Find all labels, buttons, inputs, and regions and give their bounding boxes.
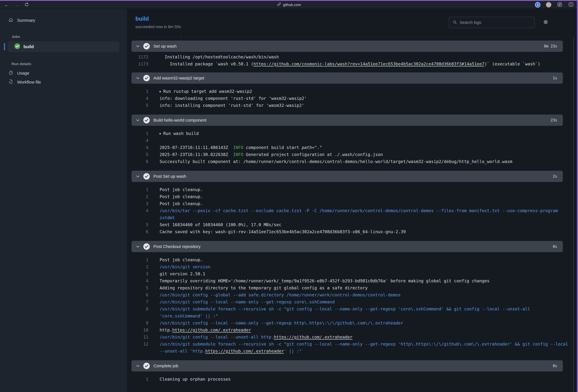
section-header[interactable]: Add wasm32-wasip2 target1s — [132, 72, 563, 84]
log-line[interactable]: 8/usr/bin/git submodule foreach --recurs… — [132, 305, 571, 320]
section-header[interactable]: Post Checkout repository0s — [132, 241, 563, 252]
avatar[interactable] — [546, 2, 551, 7]
log-text-segment: INFO — [231, 152, 243, 157]
line-number[interactable]: 4 — [132, 144, 148, 151]
line-number[interactable]: 10 — [132, 327, 148, 334]
line-number[interactable]: 5 — [132, 284, 148, 292]
log-viewport[interactable]: 1171Compiling wash v0.50.1Set up wash8m … — [132, 37, 571, 392]
line-number[interactable]: 12 — [132, 341, 148, 348]
line-number[interactable]: 1 — [132, 186, 148, 193]
chevron-down-icon[interactable] — [136, 244, 140, 249]
log-line[interactable]: 7/usr/bin/git config --local --name-only… — [132, 299, 571, 305]
gear-icon[interactable] — [543, 19, 549, 26]
log-line[interactable]: 4 — [132, 137, 571, 144]
chevron-down-icon[interactable] — [136, 44, 140, 48]
line-number[interactable]: 3 — [132, 200, 148, 207]
log-line[interactable]: 2Post job cleanup. — [132, 193, 571, 200]
line-number[interactable]: 1 — [132, 130, 148, 137]
sidebar-item-usage[interactable]: Usage — [0, 69, 127, 78]
back-icon[interactable]: ← — [4, 2, 9, 7]
chevron-down-icon[interactable] — [136, 118, 140, 122]
log-line[interactable]: 5info: installing component 'rust-std' f… — [132, 102, 571, 109]
log-text-segment[interactable]: https://github.com/.extraheader — [205, 348, 284, 353]
log-line[interactable]: 5Adding repository directory to the temp… — [132, 284, 571, 292]
line-number[interactable]: 7 — [132, 299, 148, 305]
line-number[interactable]: 1 — [132, 376, 148, 383]
log-line[interactable]: 12/usr/bin/git submodule foreach --recur… — [132, 341, 571, 355]
search-logs-input[interactable] — [460, 20, 531, 25]
section-header[interactable]: Post Set up wash2s — [132, 171, 563, 182]
log-line[interactable]: 6/usr/bin/git config --global --add safe… — [132, 292, 571, 299]
url-text: github.com — [283, 2, 301, 7]
line-number[interactable]: 5 — [132, 221, 148, 228]
line-number[interactable]: 1171 — [132, 37, 148, 39]
log-line[interactable]: 1Post job cleanup. — [132, 256, 571, 263]
step-log-lines: 1Post job cleanup.2/usr/bin/git version3… — [132, 252, 571, 360]
log-line[interactable]: 4Temporarily overriding HOME='/home/runn… — [132, 277, 571, 284]
log-line[interactable]: 2/usr/bin/git version — [132, 263, 571, 270]
line-number[interactable]: 4 — [132, 277, 148, 284]
line-number[interactable]: 6 — [132, 158, 148, 165]
log-line[interactable]: 1Post job cleanup. — [132, 186, 571, 193]
line-number[interactable]: 1173 — [132, 60, 148, 68]
log-line[interactable]: 1172 Installing /opt/hostedtoolcache/was… — [132, 53, 571, 60]
log-line[interactable]: 52025-07-23T16:11:30.822638Z INFO Genera… — [132, 151, 571, 158]
expand-arrow-icon[interactable]: ▶ — [160, 132, 161, 135]
log-line[interactable]: 1▶Run rustup target add wasm32-wasip2 — [132, 88, 571, 95]
url-bar[interactable]: github.com — [277, 2, 301, 7]
line-number[interactable]: 6 — [132, 292, 148, 299]
log-line[interactable]: 3git version 2.50.1 — [132, 270, 571, 277]
log-text-segment[interactable]: https://github.com/.extraheader — [172, 328, 251, 333]
line-number[interactable]: 11 — [132, 334, 148, 341]
log-line[interactable]: 1173 Installed package `wash v0.50.1 (ht… — [132, 60, 571, 68]
forward-icon[interactable]: → — [14, 2, 19, 7]
line-number[interactable]: 4 — [132, 95, 148, 102]
line-number[interactable]: 9 — [132, 320, 148, 327]
chevron-down-icon[interactable] — [136, 174, 140, 178]
log-line[interactable]: 1▶Run wash build — [132, 130, 571, 137]
sidebar-item-workflow-file[interactable]: Workflow file — [0, 78, 127, 87]
log-line[interactable]: 10http.https://github.com/.extraheader — [132, 327, 571, 334]
line-number[interactable]: 5 — [132, 151, 148, 158]
log-line[interactable]: 11/usr/bin/git config --local --unset-al… — [132, 334, 571, 341]
log-line[interactable]: 9/usr/bin/git config --local --name-only… — [132, 320, 571, 327]
log-text-segment[interactable]: https://github.com/cosmonic-labs/wash?re… — [253, 61, 484, 66]
line-number[interactable]: 1 — [132, 256, 148, 263]
log-line[interactable]: 1Cleaning up orphan processes — [132, 376, 571, 383]
log-line[interactable]: 4info: downloading component 'rust-std' … — [132, 95, 571, 102]
chevron-down-icon[interactable] — [136, 76, 140, 80]
line-number[interactable]: 4 — [132, 137, 148, 144]
section-header[interactable]: Set up wash8m 23s — [132, 41, 563, 52]
log-line[interactable]: 4/usr/bin/tar --posix -cf cache.tzst --e… — [132, 207, 571, 221]
log-scrollbar[interactable] — [573, 37, 574, 392]
onepassword-icon[interactable] — [535, 2, 540, 7]
log-text-segment[interactable]: https://github.com/.extraheader — [274, 335, 352, 340]
extensions-icon[interactable] — [557, 2, 563, 8]
log-text-segment: INFO — [231, 145, 243, 150]
reload-icon[interactable] — [24, 2, 29, 7]
line-number[interactable]: 1 — [132, 88, 148, 95]
log-line[interactable]: 42025-07-23T16:11:11.486143Z INFO compon… — [132, 144, 571, 151]
line-number[interactable]: 2 — [132, 263, 148, 270]
search-logs-box[interactable] — [449, 17, 535, 28]
chevron-down-icon[interactable] — [136, 364, 140, 368]
split-view-icon[interactable] — [568, 2, 574, 8]
log-line[interactable]: 1171Compiling wash v0.50.1 — [132, 37, 571, 39]
expand-arrow-icon[interactable]: ▶ — [160, 90, 161, 93]
line-number[interactable]: 2 — [132, 193, 148, 200]
line-number[interactable]: 8 — [132, 305, 148, 312]
log-line[interactable]: 5Sent 16834460 of 16834460 (100.0%), 17.… — [132, 221, 571, 228]
sidebar-item-job-build[interactable]: build — [8, 42, 119, 52]
line-number[interactable]: 6 — [132, 228, 148, 235]
section-header[interactable]: Build hello-world component23s — [132, 115, 563, 126]
log-line[interactable]: 6Successfully built component at: /home/… — [132, 158, 571, 165]
line-number[interactable]: 1172 — [132, 53, 148, 60]
line-number[interactable]: 4 — [132, 207, 148, 214]
line-number[interactable]: 5 — [132, 102, 148, 109]
log-line[interactable]: 3Post job cleanup. — [132, 200, 571, 207]
page-title[interactable]: build — [136, 16, 149, 22]
section-header[interactable]: Complete job0s — [132, 360, 563, 372]
sidebar-item-summary[interactable]: Summary — [0, 16, 127, 25]
log-line[interactable]: 6Cache saved with key: wash-git-rev-14a5… — [132, 228, 571, 235]
line-number[interactable]: 3 — [132, 270, 148, 277]
